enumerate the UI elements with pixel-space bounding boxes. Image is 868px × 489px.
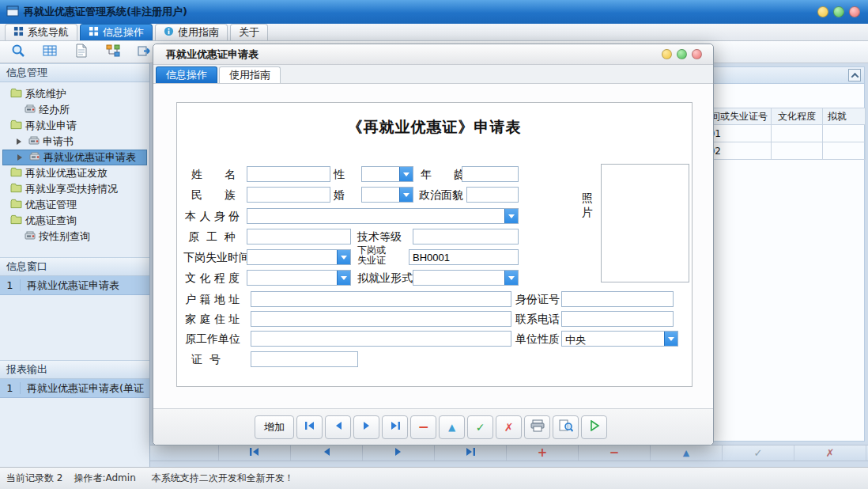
tree-item-reemployment-cert-application-form[interactable]: 再就业优惠证申请表 [2, 150, 147, 165]
tree-item-application-form[interactable]: 申请书 [2, 134, 147, 150]
tree-item-system-maintenance[interactable]: 系统维护 [2, 86, 147, 102]
cell [772, 142, 823, 160]
ethnic-field[interactable] [247, 187, 330, 203]
former-trade-field[interactable] [247, 229, 351, 244]
last-page-icon [465, 447, 476, 459]
prev-record-button[interactable] [325, 415, 351, 439]
pager-add-button[interactable]: + [507, 445, 579, 461]
dropdown-arrow-icon[interactable] [337, 271, 350, 285]
tab-info-operation[interactable]: 信息操作 [80, 24, 153, 40]
dialog-maximize-button[interactable] [677, 49, 687, 59]
dropdown-arrow-icon[interactable] [337, 250, 350, 264]
info-icon [164, 26, 174, 39]
dialog-title: 再就业优惠证申请表 [166, 47, 259, 62]
close-button[interactable] [849, 6, 860, 17]
workflow-button[interactable] [101, 43, 125, 62]
expander-icon[interactable] [17, 154, 25, 161]
table-row[interactable]: 002 [696, 142, 866, 160]
add-record-button[interactable]: 增加 [255, 415, 294, 439]
dialog-minimize-button[interactable] [662, 49, 672, 59]
expander-icon[interactable] [17, 138, 25, 145]
tree-item-reemployment-application[interactable]: 再就业申请 [2, 118, 147, 134]
pager-confirm-button[interactable]: ✓ [723, 445, 794, 461]
column-header-employ[interactable]: 拟就 [823, 108, 866, 125]
married-select[interactable] [361, 187, 413, 203]
dropdown-arrow-icon[interactable] [504, 271, 518, 285]
cert-no-field[interactable] [251, 351, 358, 367]
column-header-education[interactable]: 文化程度 [772, 108, 823, 125]
confirm-button[interactable]: ✓ [467, 415, 493, 439]
pager-first-button[interactable] [219, 445, 291, 461]
table-view-button[interactable] [38, 43, 62, 62]
workflow-icon [106, 44, 120, 59]
unit-type-label: 单位性质 [515, 332, 560, 347]
panel-header-info-management[interactable]: 信息管理 [0, 63, 149, 82]
tree-item-cert-issuance[interactable]: 再就业优惠证发放 [2, 165, 147, 181]
pager-next-button[interactable] [363, 445, 435, 461]
dropdown-arrow-icon[interactable] [664, 332, 677, 346]
tree-item-query-by-gender[interactable]: 按性别查询 [2, 229, 147, 244]
dialog-tab-info-operation[interactable]: 信息操作 [156, 66, 217, 83]
home-address-field[interactable] [251, 311, 511, 327]
tree-item-cert-query[interactable]: 优惠证查询 [2, 213, 147, 229]
pager-prev-button[interactable] [291, 445, 363, 461]
new-document-button[interactable] [70, 43, 93, 62]
tab-system-navigation[interactable]: 系统导航 [5, 24, 77, 40]
minimize-button[interactable] [817, 6, 828, 17]
table-row[interactable]: 001 [696, 125, 866, 142]
last-page-icon [390, 421, 401, 433]
photo-placeholder[interactable] [601, 164, 689, 282]
former-trade-label: 原 工 种 [188, 230, 236, 244]
name-field[interactable] [247, 166, 330, 182]
print-button[interactable] [524, 415, 550, 439]
identity-select[interactable] [247, 208, 519, 224]
maximize-button[interactable] [833, 6, 844, 17]
up-button[interactable]: ▲ [439, 415, 465, 439]
unit-type-select[interactable]: 中央 [561, 331, 678, 347]
registered-address-field[interactable] [251, 291, 511, 307]
employ-form-select[interactable] [413, 270, 519, 286]
pager-last-button[interactable] [435, 445, 507, 461]
pager-delete-button[interactable]: − [579, 445, 651, 461]
gender-select[interactable] [361, 166, 413, 182]
info-window-row[interactable]: 1 再就业优惠证申请表 [0, 276, 149, 295]
delete-record-button[interactable]: − [410, 415, 436, 439]
political-field[interactable] [466, 187, 519, 203]
tab-user-guide[interactable]: 使用指南 [155, 24, 228, 40]
dialog-toolbar: 增加 − ▲ ✓ [153, 408, 713, 445]
tech-level-field[interactable] [413, 229, 519, 244]
layoff-time-select[interactable] [247, 249, 351, 265]
first-record-button[interactable] [296, 415, 323, 439]
run-button[interactable] [581, 415, 607, 439]
next-record-button[interactable] [353, 415, 379, 439]
tree-item-label: 再就业享受扶持情况 [25, 182, 118, 196]
cancel-button[interactable]: ✗ [496, 415, 522, 439]
dropdown-arrow-icon[interactable] [399, 188, 413, 202]
panel-header-report-output[interactable]: 报表输出 [0, 360, 149, 379]
dialog-close-button[interactable] [692, 49, 702, 59]
tree-item-handling-office[interactable]: 经办所 [2, 102, 147, 118]
collapse-panel-button[interactable] [848, 69, 861, 82]
tree-item-support-status[interactable]: 再就业享受扶持情况 [2, 181, 147, 197]
tab-about[interactable]: 关于 [230, 24, 268, 40]
id-number-field[interactable] [561, 291, 674, 307]
report-output-row[interactable]: 1 再就业优惠证申请表(单证 [0, 379, 149, 398]
tree-item-cert-management[interactable]: 优惠证管理 [2, 197, 147, 213]
phone-field[interactable] [561, 311, 674, 327]
layoff-cert-field[interactable] [409, 249, 519, 265]
former-unit-field[interactable] [251, 331, 511, 347]
dialog-titlebar[interactable]: 再就业优惠证申请表 [153, 44, 713, 65]
tree-item-label: 再就业申请 [25, 119, 77, 133]
search-button[interactable] [6, 43, 30, 62]
panel-header-info-window[interactable]: 信息窗口 [0, 257, 149, 276]
preview-button[interactable] [553, 415, 579, 439]
pager-cancel-button[interactable]: ✗ [794, 445, 866, 461]
dialog-tab-user-guide[interactable]: 使用指南 [219, 66, 281, 83]
pager-up-button[interactable]: ▲ [651, 445, 723, 461]
dropdown-arrow-icon[interactable] [504, 209, 518, 223]
education-select[interactable] [247, 270, 351, 286]
tab-label: 系统导航 [28, 25, 69, 40]
last-record-button[interactable] [382, 415, 408, 439]
age-field[interactable] [462, 166, 519, 182]
dropdown-arrow-icon[interactable] [399, 167, 413, 181]
